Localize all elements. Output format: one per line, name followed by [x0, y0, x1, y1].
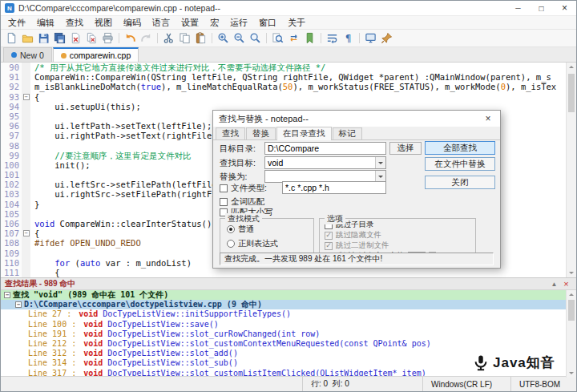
code-text: [30, 170, 34, 180]
fold-collapse-icon[interactable]: −: [23, 94, 30, 100]
word-wrap-icon[interactable]: [325, 30, 340, 46]
menu-item[interactable]: 窗口: [253, 16, 282, 30]
copy-icon[interactable]: [177, 30, 192, 46]
cut-icon[interactable]: [161, 30, 176, 46]
show-symbols-icon[interactable]: ¶: [341, 30, 356, 46]
menu-item[interactable]: 编辑: [31, 16, 60, 30]
menu-item[interactable]: 宏: [204, 16, 224, 30]
app-window: N D:\CCompare\cccompare\comparewin.cpp -…: [0, 0, 577, 392]
whole-word-checkbox[interactable]: [220, 198, 228, 206]
close-button[interactable]: [553, 1, 576, 15]
fold-collapse-icon[interactable]: −: [23, 230, 30, 236]
dialog-tab[interactable]: 在目录查找: [276, 127, 332, 140]
match-text: void DocTypeListView::initSupportFileTyp…: [79, 309, 291, 319]
dialog-tab[interactable]: 查找: [216, 127, 245, 139]
open-folder-icon[interactable]: [20, 30, 35, 46]
zoom-reset-icon[interactable]: [248, 30, 263, 46]
close-file-icon[interactable]: [68, 30, 83, 46]
eol-format[interactable]: Windows(CR LF): [422, 377, 510, 391]
minimize-button[interactable]: [506, 1, 530, 15]
editor-line[interactable]: 91CompareWin::CompareWin(QString leftFil…: [1, 72, 576, 82]
save-icon[interactable]: [36, 30, 51, 46]
editor-line[interactable]: 92m_isBlankLineDoMatch(true), m_lineMatc…: [1, 82, 576, 91]
scrollbar-thumb[interactable]: [568, 74, 575, 112]
print-icon[interactable]: [100, 30, 115, 46]
menu-item[interactable]: 查找: [60, 16, 89, 30]
pin-icon[interactable]: [379, 30, 394, 46]
code-text: [30, 209, 34, 219]
replace-with-label: 替换为:: [220, 172, 247, 183]
dialog-title-bar[interactable]: 查找与替换 - notepad--: [213, 111, 500, 127]
undo-icon[interactable]: [123, 30, 138, 46]
maximize-button[interactable]: [530, 1, 553, 15]
zoom-in-icon[interactable]: [216, 30, 231, 46]
scroll-up-icon[interactable]: [569, 66, 574, 68]
zoom-out-icon[interactable]: [232, 30, 247, 46]
dialog-close-icon[interactable]: [476, 111, 500, 127]
collapse-icon[interactable]: −: [15, 301, 22, 308]
search-mode-option[interactable]: 正则表达式: [227, 239, 313, 248]
result-match-row[interactable]: Line 191 : void DocTypeListView::slot_cu…: [1, 329, 576, 339]
menu-item[interactable]: 视图: [89, 16, 118, 30]
filetype-input[interactable]: [282, 181, 386, 194]
tab-new-0[interactable]: New 0: [3, 47, 52, 62]
find-target-input[interactable]: [264, 156, 386, 169]
close-all-icon[interactable]: [84, 30, 99, 46]
result-match-row[interactable]: Line 212 : void DocTypeListView::slot_cu…: [1, 339, 576, 349]
choose-dir-button[interactable]: 选择: [389, 142, 422, 155]
chevron-down-icon[interactable]: [375, 171, 385, 182]
code-text: ui.rightSrc->setFilePath(rightFile);: [30, 189, 237, 199]
redo-icon[interactable]: [139, 30, 154, 46]
encoding[interactable]: UTF8-BOM: [510, 377, 576, 391]
bookmark-icon[interactable]: [302, 30, 317, 46]
save-all-icon[interactable]: [52, 30, 67, 46]
result-match-row[interactable]: Line 27 : void DocTypeListView::initSupp…: [1, 309, 576, 319]
filetype-checkbox[interactable]: [220, 184, 228, 192]
scroll-up-icon[interactable]: [569, 293, 574, 296]
checkbox-icon[interactable]: [325, 242, 333, 250]
paste-icon[interactable]: [193, 30, 208, 46]
results-file-row[interactable]: −D:\CCompare\cccompare\doctypelistview.c…: [1, 300, 576, 309]
scroll-down-icon[interactable]: [569, 372, 574, 374]
target-dir-input[interactable]: [264, 142, 386, 155]
find-all-button[interactable]: 全部查找: [425, 141, 495, 155]
menu-item[interactable]: 语言: [147, 16, 176, 30]
search-mode-option[interactable]: 普通: [227, 224, 313, 233]
menu-item[interactable]: 文件: [2, 16, 31, 30]
new-file-icon[interactable]: [4, 30, 19, 46]
scrollbar-thumb[interactable]: [568, 300, 575, 321]
results-summary-row[interactable]: −查找 "void" (989 命中在 101 个文件): [1, 290, 576, 300]
menu-item[interactable]: 关于: [282, 16, 311, 30]
checkbox-icon[interactable]: [325, 232, 333, 240]
tab-comparewin-cpp[interactable]: comparewin.cpp: [53, 47, 139, 62]
close-dialog-button[interactable]: 关闭: [425, 176, 495, 189]
editor-line[interactable]: 93−{: [1, 92, 576, 102]
dialog-tabs: 查找替换在目录查找标记: [213, 127, 500, 140]
match-text: void DocTypeListView::slot_customContext…: [83, 339, 431, 349]
chevron-down-icon[interactable]: [375, 157, 385, 168]
cursor-position[interactable]: 行: 0 列: 0: [302, 377, 422, 391]
menu-item[interactable]: 编码: [118, 16, 147, 30]
editor-line[interactable]: 90/* 用于从其它地方直接传递文件过来进行对比，不需要手动选择文件路径 */: [1, 63, 576, 72]
replace-in-files-button[interactable]: 在文件中替换: [425, 157, 495, 171]
match-line-number: Line 312 :: [28, 349, 81, 358]
panel-close-icon[interactable]: [560, 279, 572, 289]
collapse-icon[interactable]: −: [4, 292, 10, 298]
scroll-down-icon[interactable]: [569, 272, 574, 274]
results-scrollbar[interactable]: [566, 290, 576, 378]
dialog-tab[interactable]: 替换: [246, 127, 276, 139]
find-icon[interactable]: [270, 30, 285, 46]
radio-icon[interactable]: [227, 225, 235, 233]
radio-icon[interactable]: [227, 240, 235, 248]
editor-scrollbar[interactable]: [566, 63, 576, 277]
dialog-tab[interactable]: 标记: [333, 127, 362, 139]
panel-chevron-up-icon[interactable]: [548, 281, 560, 288]
find-replace-dialog: 查找与替换 - notepad-- 查找替换在目录查找标记 目标目录: 选择 全…: [212, 110, 501, 269]
menu-item[interactable]: 设置: [176, 16, 204, 30]
monitor-icon[interactable]: [363, 30, 378, 46]
menu-item[interactable]: 运行: [224, 16, 253, 30]
result-match-row[interactable]: Line 100 : void DocTypeListView::save(): [1, 320, 576, 329]
replace-icon[interactable]: [286, 30, 301, 46]
line-number: 90: [1, 63, 22, 72]
code-text: ui.leftPath->setText(leftFile);: [30, 121, 212, 131]
